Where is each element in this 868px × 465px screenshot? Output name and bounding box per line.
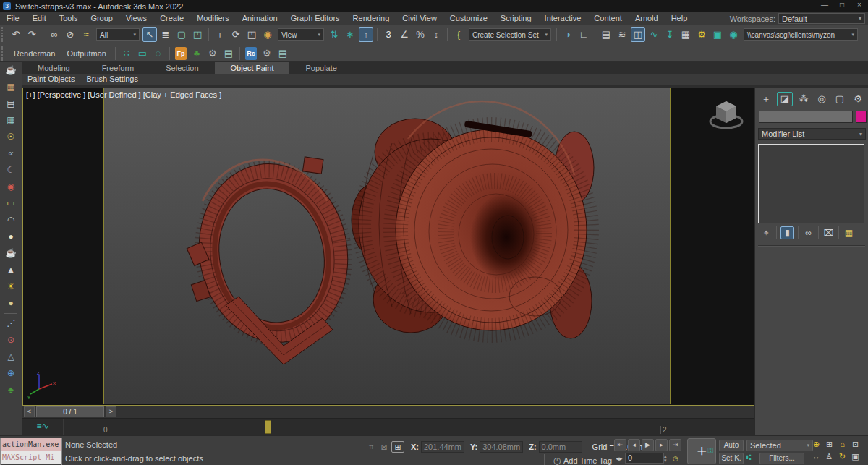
render-window-icon[interactable]: ▦ [4,79,18,95]
auto-key-button[interactable]: Auto [719,440,744,451]
current-frame-field[interactable]: 0 [625,453,664,464]
angle-snap-icon[interactable]: ∠ [397,27,412,42]
menu-arnold[interactable]: Arnold [629,12,665,25]
cone-icon[interactable]: ▲ [4,262,18,278]
key-filter-icon[interactable]: ⑆ [746,453,752,461]
render-production-icon[interactable]: ◉ [726,27,741,42]
globe-icon[interactable]: ⊕ [4,365,18,382]
menu-scripting[interactable]: Scripting [494,12,538,25]
dome-icon[interactable]: ◠ [4,212,18,229]
menu-modifiers[interactable]: Modifiers [190,12,236,25]
renderman-button[interactable]: Renderman [8,47,61,60]
go-to-start-icon[interactable]: ⇤ [614,439,626,451]
select-and-manipulate-icon[interactable]: ∗ [343,27,357,42]
material-editor-icon[interactable]: ▦ [678,27,693,42]
minimize-button[interactable]: — [817,0,833,14]
set-keys-button[interactable]: ＋ ⚿ [687,438,716,464]
rain-particles-icon[interactable]: ⋰ [4,315,18,332]
subtab-paint-objects[interactable]: Paint Objects [22,74,80,85]
menu-civil-view[interactable]: Civil View [396,12,443,25]
track-bar[interactable]: ≡∿ 0 2 [22,419,754,435]
ribbon-tab-modeling[interactable]: Modeling [22,62,86,74]
viewport-layout-tabs-icon[interactable]: ◫ [631,27,645,42]
absolute-offset-toggle-icon[interactable]: ⊞ [391,441,404,453]
menu-create[interactable]: Create [153,12,190,25]
menu-rendering[interactable]: Rendering [346,12,396,25]
forest-list-icon[interactable]: ▤ [221,47,236,60]
menu-group[interactable]: Group [84,12,119,25]
menu-edit[interactable]: Edit [26,12,53,25]
isolate-selection-icon[interactable]: ⌗ [365,440,377,454]
array-tool-icon[interactable]: ∷ [119,47,134,60]
mirror-icon[interactable]: ◑ [561,27,575,42]
camera-tripod-icon[interactable]: △ [4,349,18,365]
filters-button[interactable]: Filters... [760,453,804,464]
bind-to-space-warp-icon[interactable]: ≈ [79,27,93,42]
make-unique-icon[interactable]: ∞ [802,227,814,239]
object-name-field[interactable] [759,111,853,123]
percent-snap-icon[interactable]: % [413,27,427,42]
rect-selection-region-icon[interactable]: ▢ [174,27,189,42]
x-coordinate-field[interactable]: 201.44mm [421,441,464,453]
pin-stack-icon[interactable]: ⌖ [760,227,773,239]
add-time-tag-button[interactable]: Add Time Tag [563,456,612,465]
object-color-swatch[interactable] [856,111,867,123]
select-and-link-icon[interactable]: ∞ [47,27,61,42]
create-tab-icon[interactable]: ＋ [759,92,773,106]
railclone-tools-icon[interactable]: ⚙ [260,47,274,60]
teapot-render-icon[interactable]: ☕ [4,62,18,79]
menu-file[interactable]: File [0,12,26,25]
create-selection-set-dropdown[interactable]: Create Selection Set▾ [469,28,551,41]
sphere-light-icon[interactable]: ● [4,229,18,245]
spinner-snap-icon[interactable]: ↕ [429,27,443,42]
select-and-move-icon[interactable]: ＋ [213,27,227,42]
railclone-icon[interactable]: Rc [245,47,257,60]
plant-icon[interactable]: ♣ [4,382,18,398]
rendered-frame-icon[interactable]: ▣ [710,27,725,42]
window-crossing-icon[interactable]: ◳ [190,27,205,42]
menu-help[interactable]: Help [665,12,694,25]
menu-interactive[interactable]: Interactive [538,12,588,25]
orbit-icon[interactable]: ↻ [836,451,848,462]
forest-trees-icon[interactable]: ♣ [190,47,204,60]
walk-through-icon[interactable]: ♙ [823,451,835,462]
key-mode-toggle-icon[interactable]: ◂▸ [614,453,624,464]
render-setup-icon[interactable]: ⚙ [694,27,709,42]
menu-views[interactable]: Views [119,12,153,25]
curve-editor-icon[interactable]: ∿ [647,27,661,42]
select-and-place-icon[interactable]: ◉ [260,27,275,42]
sun-icon[interactable]: ☀ [4,278,18,295]
pan-icon[interactable]: ↔ [810,451,822,462]
maximize-viewport-icon[interactable]: ▣ [849,451,861,462]
next-frame-icon[interactable]: ▸ [655,439,668,451]
selection-filter-dropdown[interactable]: All▾ [96,28,140,41]
circle-selection-icon[interactable]: ◌ [151,47,166,60]
teapot-outline-icon[interactable]: ☕ [4,245,18,262]
set-key-mode-button[interactable]: Set K. [719,453,744,464]
reference-coordinate-dropdown[interactable]: View▾ [278,28,324,41]
modifier-list-dropdown[interactable]: Modifier List ▾ [758,128,866,140]
play-icon[interactable]: ▶ [642,439,654,451]
modify-tab-icon[interactable]: ◪ [777,92,793,106]
y-coordinate-field[interactable]: 304.08mm [480,441,523,453]
maxscript-mini-listener[interactable]: actionMan.exe MAXScript Mi [0,438,62,465]
next-frame-button[interactable]: > [106,406,116,417]
menu-animation[interactable]: Animation [236,12,284,25]
sphere-icon[interactable]: ● [4,295,18,312]
z-coordinate-field[interactable]: 0.0mm [539,441,582,453]
hierarchy-tab-icon[interactable]: ⁂ [796,92,811,106]
viewport-render-area[interactable] [103,88,671,404]
spreadsheet-icon[interactable]: ▦ [4,112,18,129]
zoom-extents-all-icon[interactable]: ⊡ [849,438,861,450]
viewport-label[interactable]: [+] [Perspective ] [User Defined ] [Clay… [26,90,221,99]
utilities-tab-icon[interactable]: ⚙ [851,92,865,106]
zoom-all-icon[interactable]: ⊞ [823,438,835,450]
configure-modifier-sets-icon[interactable]: ▦ [843,227,855,239]
time-slider-thumb[interactable]: 0 / 1 [36,406,104,417]
schematic-view-icon[interactable]: ↧ [663,27,677,42]
forest-tools-icon[interactable]: ⚙ [205,47,220,60]
frame-spinner[interactable]: ▴▾ [664,454,670,463]
ribbon-tab-freeform[interactable]: Freeform [86,62,150,74]
track-bar-ruler[interactable]: 0 2 [63,419,754,435]
forest-pack-icon[interactable]: Fp [175,47,187,60]
